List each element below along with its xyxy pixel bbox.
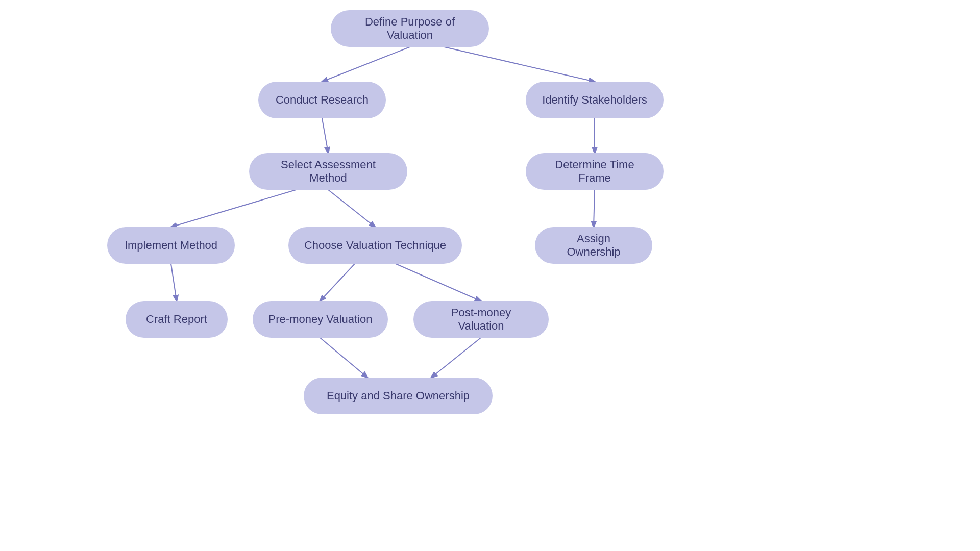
node-assign-ownership: Assign Ownership bbox=[535, 227, 652, 264]
node-post-money: Post-money Valuation bbox=[413, 301, 549, 338]
node-pre-money: Pre-money Valuation bbox=[253, 301, 388, 338]
svg-line-10 bbox=[320, 338, 368, 378]
svg-line-11 bbox=[431, 338, 481, 378]
svg-line-1 bbox=[444, 47, 595, 82]
node-determine-timeframe: Determine Time Frame bbox=[526, 153, 664, 190]
node-choose-valuation: Choose Valuation Technique bbox=[288, 227, 462, 264]
node-equity-share: Equity and Share Ownership bbox=[304, 378, 493, 414]
node-craft-report: Craft Report bbox=[126, 301, 228, 338]
svg-line-2 bbox=[322, 118, 328, 153]
svg-line-4 bbox=[171, 190, 296, 227]
svg-line-9 bbox=[396, 264, 481, 301]
svg-line-0 bbox=[322, 47, 410, 82]
diagram-container: Define Purpose of Valuation Conduct Rese… bbox=[0, 0, 980, 551]
node-implement-method: Implement Method bbox=[107, 227, 235, 264]
node-define-purpose: Define Purpose of Valuation bbox=[331, 10, 489, 47]
node-conduct-research: Conduct Research bbox=[258, 82, 386, 118]
node-identify-stakeholders: Identify Stakeholders bbox=[526, 82, 664, 118]
svg-line-7 bbox=[171, 264, 177, 301]
node-select-assessment: Select Assessment Method bbox=[249, 153, 407, 190]
svg-line-8 bbox=[320, 264, 355, 301]
svg-line-5 bbox=[328, 190, 375, 227]
connectors-svg bbox=[0, 0, 980, 551]
svg-line-6 bbox=[594, 190, 595, 227]
